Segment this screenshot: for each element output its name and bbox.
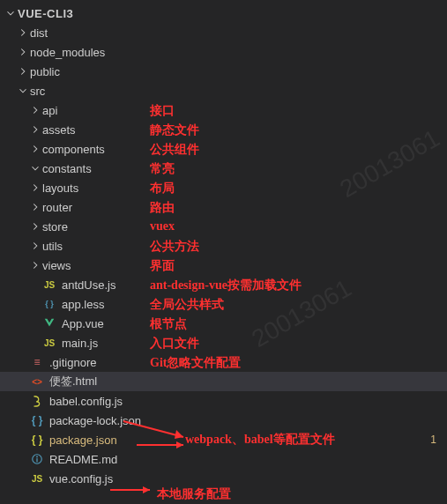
item-label: main.js [62,337,98,350]
chevron-icon [28,239,42,253]
file-explorer-tree: VUE-CLI3distnode_modulespublicsrcapiasse… [0,0,447,488]
item-label: package.json [49,434,117,447]
folder-item[interactable]: public [0,62,447,81]
item-label: .gitignore [49,356,96,369]
item-label: api [42,104,57,117]
file-item[interactable]: README.md [0,449,447,469]
file-braces-blue-icon: { } [30,413,44,427]
file-babel-icon [30,394,44,408]
item-label: components [42,143,105,156]
item-label: package-lock.json [49,414,141,427]
chevron-icon [28,219,42,233]
file-js-icon: JS [42,336,56,350]
item-label: layouts [42,182,78,195]
item-label: app.less [62,298,104,311]
file-item[interactable]: babel.config.js [0,391,447,411]
chevron-icon [16,26,30,40]
folder-item[interactable]: node_modules [0,42,447,62]
file-item[interactable]: JSantdUse.js [0,275,447,294]
item-label: babel.config.js [49,395,123,408]
item-label: src [30,85,45,98]
chevron-icon [28,181,42,195]
file-item[interactable]: { }package-lock.json [0,411,447,430]
chevron-icon [16,45,30,59]
chevron-icon [16,84,30,98]
file-js-icon: JS [42,278,56,292]
chevron-icon [28,200,42,214]
folder-item[interactable]: constants [0,159,447,178]
chevron-icon [28,122,42,137]
folder-item[interactable]: router [0,197,447,217]
svg-rect-2 [36,458,37,462]
item-label: vue.config.js [49,472,113,485]
file-braces-icon: { } [30,433,44,447]
folder-item[interactable]: api [0,100,447,120]
file-ignore-icon: ≡ [30,355,44,369]
file-item[interactable]: App.vue [0,314,447,333]
chevron-icon [28,142,42,156]
file-item[interactable]: JSmain.js [0,333,447,352]
file-item[interactable]: JSvue.config.js [0,469,447,488]
file-less-icon: { } [42,297,56,311]
item-label: antdUse.js [62,278,115,292]
folder-item[interactable]: assets [0,120,447,139]
tree-root[interactable]: VUE-CLI3 [0,4,447,23]
file-vue-icon [42,316,56,330]
folder-item[interactable]: components [0,139,447,159]
git-badge: 1 [430,434,436,446]
item-label: VUE-CLI3 [18,7,73,20]
chevron-icon [28,258,42,272]
file-item[interactable]: <>便签.html [0,372,447,391]
folder-item[interactable]: src [0,81,447,100]
item-label: views [42,259,71,272]
folder-item[interactable]: utils [0,236,447,256]
folder-item[interactable]: dist [0,23,447,42]
item-label: assets [42,123,76,137]
item-label: 便签.html [49,374,97,389]
file-item[interactable]: { }app.less [0,294,447,314]
item-label: store [42,220,68,233]
chevron-icon [28,161,42,175]
file-js-icon: JS [30,471,44,485]
folder-item[interactable]: views [0,256,447,275]
item-label: node_modules [30,46,105,59]
folder-item[interactable]: store [0,217,447,236]
item-label: utils [42,240,63,253]
chevron-icon [16,64,30,78]
item-label: dist [30,26,48,40]
annotation-local-server: 本地服务配置 [157,486,231,502]
item-label: constants [42,162,92,175]
file-item[interactable]: { }package.json1 [0,430,447,449]
item-label: README.md [49,453,117,466]
chevron-icon [28,103,42,117]
file-info-icon [30,452,44,466]
item-label: public [30,65,60,78]
file-html-icon: <> [30,374,44,389]
file-item[interactable]: ≡.gitignore [0,352,447,372]
folder-item[interactable]: layouts [0,178,447,197]
chevron-icon [4,6,18,20]
svg-point-1 [36,456,38,458]
item-label: router [42,201,72,214]
item-label: App.vue [62,317,104,330]
